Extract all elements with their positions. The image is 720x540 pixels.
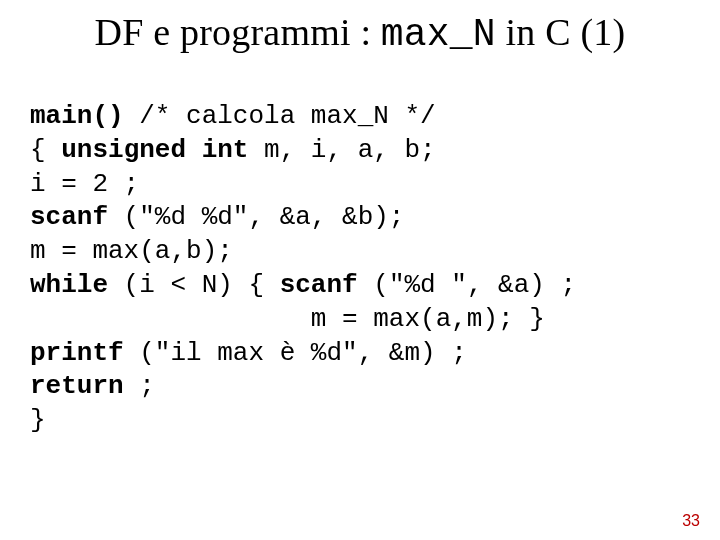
code-l6d: ("%d ", &a) ; <box>358 270 576 300</box>
code-l6c: scanf <box>280 270 358 300</box>
code-l1b: /* calcola max_N */ <box>124 101 436 131</box>
code-l4b: ("%d %d", &a, &b); <box>108 202 404 232</box>
code-l3: i = 2 ; <box>30 169 139 199</box>
code-l8b: ("il max è %d", &m) ; <box>124 338 467 368</box>
code-l7: m = max(a,m); } <box>30 304 545 334</box>
code-l2c: m, i, a, b; <box>248 135 435 165</box>
code-l9b: ; <box>124 371 155 401</box>
code-l5: m = max(a,b); <box>30 236 233 266</box>
page-title: DF e programmi : max_N in C (1) <box>0 10 720 56</box>
code-l2b: unsigned int <box>61 135 248 165</box>
code-l9a: return <box>30 371 124 401</box>
code-l8a: printf <box>30 338 124 368</box>
code-block: main() /* calcola max_N */ { unsigned in… <box>30 100 576 438</box>
code-l6b: (i < N) { <box>108 270 280 300</box>
title-pre: DF e programmi : <box>95 11 381 53</box>
code-l2a: { <box>30 135 61 165</box>
page-number: 33 <box>682 512 700 530</box>
title-post: in C (1) <box>496 11 626 53</box>
slide: DF e programmi : max_N in C (1) main() /… <box>0 0 720 540</box>
title-mono: max_N <box>381 13 496 56</box>
code-l10: } <box>30 405 46 435</box>
code-l1a: main() <box>30 101 124 131</box>
code-l4a: scanf <box>30 202 108 232</box>
code-l6a: while <box>30 270 108 300</box>
